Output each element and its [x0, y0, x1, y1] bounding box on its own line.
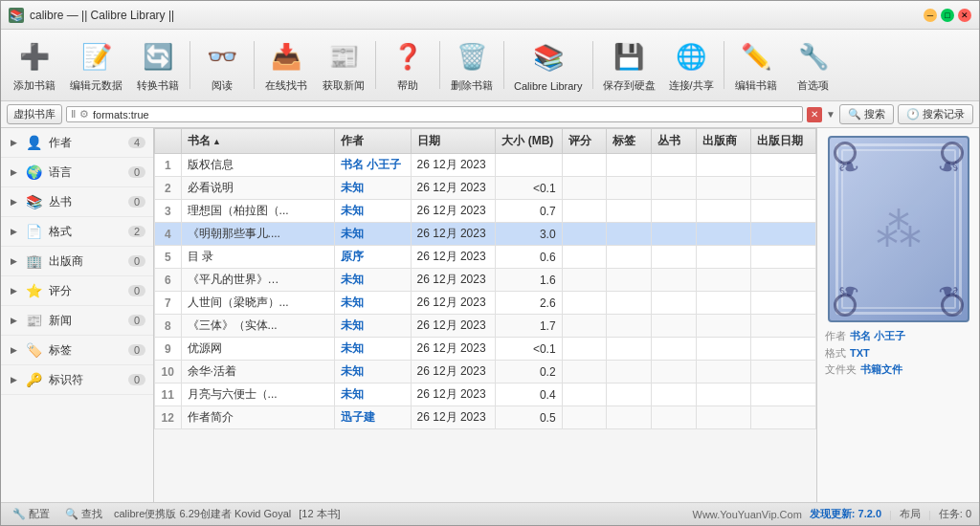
- cell-tags: [607, 292, 652, 315]
- toolbar-help-button[interactable]: ❓ 帮助: [380, 34, 435, 97]
- table-row[interactable]: 12 作者简介 迅子建 26 12月 2023 0.5: [155, 406, 816, 429]
- toolbar-save-button[interactable]: 💾 保存到硬盘: [597, 34, 661, 97]
- col-title-header[interactable]: 书名: [181, 129, 334, 154]
- titlebar-controls[interactable]: ─ □ ✕: [924, 9, 971, 22]
- col-author-header[interactable]: 作者: [334, 129, 411, 154]
- sidebar-label-publisher: 出版商: [49, 253, 122, 270]
- search-button[interactable]: 🔍 搜索: [839, 104, 894, 124]
- toolbar-read-button[interactable]: 👓 阅读: [194, 34, 250, 97]
- share-icon: 🌐: [672, 38, 710, 76]
- col-num-header[interactable]: [155, 129, 182, 154]
- sidebar-item-news[interactable]: ▶ 📰 新闻 0: [1, 306, 153, 336]
- col-pubdate-header[interactable]: 出版日期: [751, 129, 816, 154]
- cell-publisher: [696, 292, 750, 315]
- convert-label: 转换书籍: [137, 78, 179, 93]
- format-value: TXT: [850, 345, 870, 362]
- toolbar-online-book-button[interactable]: 📥 在线找书: [258, 34, 314, 97]
- cell-size: 2.6: [496, 292, 562, 315]
- sidebar: ▶ 👤 作者 4 ▶ 🌍 语言 0 ▶ 📚 丛书 0 ▶ 📄 格式 2 ▶ 🏢 …: [1, 128, 154, 502]
- cell-title: 版权信息: [181, 154, 334, 177]
- toolbar-edit-book-button[interactable]: ✏️ 编辑书籍: [728, 34, 784, 97]
- cell-series: [652, 315, 697, 338]
- table-row[interactable]: 9 优源网 未知 26 12月 2023 <0.1: [155, 338, 816, 361]
- cell-title: 《平凡的世界》…: [181, 269, 334, 292]
- minimize-button[interactable]: ─: [924, 9, 937, 22]
- col-size-header[interactable]: 大小 (MB): [496, 129, 562, 154]
- toolbar-share-button[interactable]: 🌐 连接/共享: [663, 34, 720, 97]
- cell-size: <0.1: [496, 177, 562, 200]
- cell-pubdate: [751, 200, 816, 223]
- sidebar-count-formats: 2: [128, 226, 145, 237]
- cell-tags: [607, 200, 652, 223]
- table-row[interactable]: 3 理想国（柏拉图（... 未知 26 12月 2023 0.7: [155, 200, 816, 223]
- table-row[interactable]: 1 版权信息 书名 小王子 26 12月 2023: [155, 154, 816, 177]
- sidebar-label-series: 丛书: [49, 194, 122, 210]
- toolbar-convert-button[interactable]: 🔄 转换书籍: [130, 34, 186, 97]
- cell-pubdate: [751, 177, 816, 200]
- sidebar-item-formats[interactable]: ▶ 📄 格式 2: [1, 217, 153, 247]
- cell-size: 0.2: [496, 361, 562, 384]
- maximize-button[interactable]: □: [941, 9, 954, 22]
- close-button[interactable]: ✕: [958, 9, 971, 22]
- cell-num: 5: [155, 246, 182, 269]
- sidebar-toggle-formats: ▶: [9, 227, 18, 236]
- layout-button[interactable]: 布局: [900, 507, 921, 521]
- virtual-library-button[interactable]: 虚拟书库: [7, 104, 62, 124]
- toolbar-library-button[interactable]: 📚 Calibre Library: [508, 34, 589, 97]
- cell-date: 26 12月 2023: [411, 269, 496, 292]
- table-row[interactable]: 8 《三体》（实体... 未知 26 12月 2023 1.7: [155, 315, 816, 338]
- edit-book-icon: ✏️: [737, 38, 775, 76]
- table-row[interactable]: 7 人世间（梁晓声）... 未知 26 12月 2023 2.6: [155, 292, 816, 315]
- sidebar-item-authors[interactable]: ▶ 👤 作者 4: [1, 128, 153, 158]
- cell-num: 8: [155, 315, 182, 338]
- sidebar-item-publisher[interactable]: ▶ 🏢 出版商 0: [1, 247, 153, 276]
- table-row[interactable]: 6 《平凡的世界》… 未知 26 12月 2023 1.6: [155, 269, 816, 292]
- sidebar-icon-authors: 👤: [24, 133, 43, 152]
- toolbar-preferences-button[interactable]: 🔧 首选项: [786, 34, 841, 97]
- sidebar-toggle-authors: ▶: [9, 138, 18, 147]
- cell-num: 4: [155, 223, 182, 246]
- table-row[interactable]: 2 必看说明 未知 26 12月 2023 <0.1: [155, 177, 816, 200]
- cell-size: 0.5: [496, 406, 562, 429]
- cell-author: 未知: [334, 177, 411, 200]
- sidebar-item-language[interactable]: ▶ 🌍 语言 0: [1, 158, 153, 187]
- toolbar-delete-button[interactable]: 🗑️ 删除书籍: [444, 34, 500, 97]
- sidebar-label-identifiers: 标识符: [49, 372, 122, 388]
- cell-publisher: [696, 154, 750, 177]
- statusbar: 🔧 配置 🔍 查找 calibre便携版 6.29创建者 Kovid Goyal…: [1, 502, 979, 525]
- sidebar-item-series[interactable]: ▶ 📚 丛书 0: [1, 187, 153, 217]
- toolbar-edit-metadata-button[interactable]: 📝 编辑元数据: [64, 34, 128, 97]
- author-value: 书名 小王子: [850, 328, 905, 345]
- toolbar-add-book-button[interactable]: ➕ 添加书籍: [7, 34, 62, 97]
- cell-publisher: [696, 384, 750, 406]
- cell-author: 未知: [334, 269, 411, 292]
- app-icon: 📚: [9, 8, 24, 23]
- cell-title: 目 录: [181, 246, 334, 269]
- book-info: 作者 书名 小王子 格式 TXT 文件夹 书籍文件: [825, 328, 971, 379]
- search-clear-button[interactable]: ✕: [807, 107, 822, 122]
- col-publisher-header[interactable]: 出版商: [696, 129, 750, 154]
- col-rating-header[interactable]: 评分: [562, 129, 607, 154]
- table-row[interactable]: 11 月亮与六便士（... 未知 26 12月 2023 0.4: [155, 384, 816, 406]
- sidebar-count-rating: 0: [128, 285, 145, 296]
- sidebar-item-tags[interactable]: ▶ 🏷️ 标签 0: [1, 336, 153, 365]
- col-series-header[interactable]: 丛书: [652, 129, 697, 154]
- col-tags-header[interactable]: 标签: [607, 129, 652, 154]
- jobs-status: 任务: 0: [939, 507, 971, 521]
- sidebar-item-identifiers[interactable]: ▶ 🔑 标识符 0: [1, 365, 153, 395]
- find-button[interactable]: 🔍 查找: [61, 505, 106, 523]
- sidebar-label-language: 语言: [49, 164, 122, 181]
- cell-author: 未知: [334, 223, 411, 246]
- table-row[interactable]: 10 余华·活着 未知 26 12月 2023 0.2: [155, 361, 816, 384]
- cell-title: 人世间（梁晓声）...: [181, 292, 334, 315]
- cell-size: [496, 154, 562, 177]
- cell-publisher: [696, 223, 750, 246]
- toolbar-fetch-news-button[interactable]: 📰 获取新闻: [316, 34, 371, 97]
- col-date-header[interactable]: 日期: [411, 129, 496, 154]
- search-history-button[interactable]: 🕐 搜索记录: [898, 104, 973, 124]
- sidebar-item-rating[interactable]: ▶ ⭐ 评分 0: [1, 276, 153, 306]
- config-button[interactable]: 🔧 配置: [9, 505, 54, 523]
- update-link[interactable]: 发现更新: 7.2.0: [810, 507, 881, 521]
- table-row[interactable]: 4 《明朝那些事儿.... 未知 26 12月 2023 3.0: [155, 223, 816, 246]
- table-row[interactable]: 5 目 录 原序 26 12月 2023 0.6: [155, 246, 816, 269]
